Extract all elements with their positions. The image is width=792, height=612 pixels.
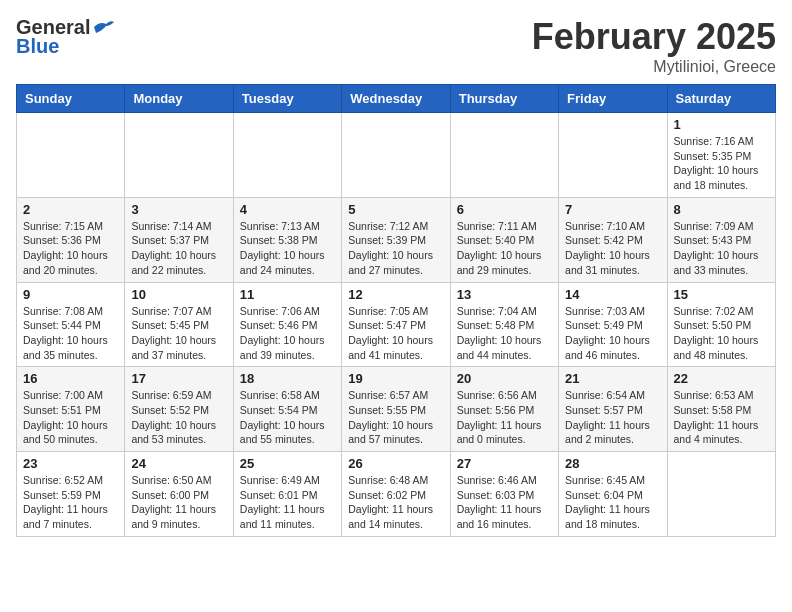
calendar-cell: 25Sunrise: 6:49 AM Sunset: 6:01 PM Dayli… [233, 452, 341, 537]
calendar-cell: 3Sunrise: 7:14 AM Sunset: 5:37 PM Daylig… [125, 197, 233, 282]
day-info: Sunrise: 7:10 AM Sunset: 5:42 PM Dayligh… [565, 219, 660, 278]
day-info: Sunrise: 7:05 AM Sunset: 5:47 PM Dayligh… [348, 304, 443, 363]
month-title: February 2025 [532, 16, 776, 58]
day-number: 7 [565, 202, 660, 217]
calendar-cell: 10Sunrise: 7:07 AM Sunset: 5:45 PM Dayli… [125, 282, 233, 367]
day-number: 6 [457, 202, 552, 217]
calendar-cell: 14Sunrise: 7:03 AM Sunset: 5:49 PM Dayli… [559, 282, 667, 367]
calendar-week-3: 9Sunrise: 7:08 AM Sunset: 5:44 PM Daylig… [17, 282, 776, 367]
logo-bird-icon [92, 19, 114, 37]
calendar-cell: 26Sunrise: 6:48 AM Sunset: 6:02 PM Dayli… [342, 452, 450, 537]
day-info: Sunrise: 7:08 AM Sunset: 5:44 PM Dayligh… [23, 304, 118, 363]
calendar-cell: 15Sunrise: 7:02 AM Sunset: 5:50 PM Dayli… [667, 282, 775, 367]
logo-blue-text: Blue [16, 35, 59, 58]
calendar-header-row: SundayMondayTuesdayWednesdayThursdayFrid… [17, 85, 776, 113]
calendar-header-tuesday: Tuesday [233, 85, 341, 113]
calendar-cell: 8Sunrise: 7:09 AM Sunset: 5:43 PM Daylig… [667, 197, 775, 282]
day-info: Sunrise: 7:07 AM Sunset: 5:45 PM Dayligh… [131, 304, 226, 363]
location: Mytilinioi, Greece [532, 58, 776, 76]
calendar-header-sunday: Sunday [17, 85, 125, 113]
day-info: Sunrise: 7:15 AM Sunset: 5:36 PM Dayligh… [23, 219, 118, 278]
day-info: Sunrise: 7:12 AM Sunset: 5:39 PM Dayligh… [348, 219, 443, 278]
day-number: 8 [674, 202, 769, 217]
calendar-cell: 21Sunrise: 6:54 AM Sunset: 5:57 PM Dayli… [559, 367, 667, 452]
calendar-header-monday: Monday [125, 85, 233, 113]
calendar-week-2: 2Sunrise: 7:15 AM Sunset: 5:36 PM Daylig… [17, 197, 776, 282]
calendar-cell [450, 113, 558, 198]
day-info: Sunrise: 7:09 AM Sunset: 5:43 PM Dayligh… [674, 219, 769, 278]
day-number: 11 [240, 287, 335, 302]
day-number: 19 [348, 371, 443, 386]
day-info: Sunrise: 6:46 AM Sunset: 6:03 PM Dayligh… [457, 473, 552, 532]
day-number: 28 [565, 456, 660, 471]
calendar-cell: 1Sunrise: 7:16 AM Sunset: 5:35 PM Daylig… [667, 113, 775, 198]
calendar-cell [667, 452, 775, 537]
calendar-cell: 18Sunrise: 6:58 AM Sunset: 5:54 PM Dayli… [233, 367, 341, 452]
calendar-cell [17, 113, 125, 198]
calendar-cell: 28Sunrise: 6:45 AM Sunset: 6:04 PM Dayli… [559, 452, 667, 537]
day-number: 25 [240, 456, 335, 471]
calendar-cell: 27Sunrise: 6:46 AM Sunset: 6:03 PM Dayli… [450, 452, 558, 537]
day-info: Sunrise: 6:50 AM Sunset: 6:00 PM Dayligh… [131, 473, 226, 532]
day-info: Sunrise: 6:53 AM Sunset: 5:58 PM Dayligh… [674, 388, 769, 447]
day-number: 4 [240, 202, 335, 217]
calendar-cell: 24Sunrise: 6:50 AM Sunset: 6:00 PM Dayli… [125, 452, 233, 537]
day-info: Sunrise: 6:45 AM Sunset: 6:04 PM Dayligh… [565, 473, 660, 532]
calendar-cell: 6Sunrise: 7:11 AM Sunset: 5:40 PM Daylig… [450, 197, 558, 282]
calendar-week-5: 23Sunrise: 6:52 AM Sunset: 5:59 PM Dayli… [17, 452, 776, 537]
day-number: 9 [23, 287, 118, 302]
calendar-cell: 11Sunrise: 7:06 AM Sunset: 5:46 PM Dayli… [233, 282, 341, 367]
day-info: Sunrise: 7:14 AM Sunset: 5:37 PM Dayligh… [131, 219, 226, 278]
calendar-cell: 20Sunrise: 6:56 AM Sunset: 5:56 PM Dayli… [450, 367, 558, 452]
calendar-cell: 7Sunrise: 7:10 AM Sunset: 5:42 PM Daylig… [559, 197, 667, 282]
day-number: 24 [131, 456, 226, 471]
day-number: 21 [565, 371, 660, 386]
calendar-cell: 17Sunrise: 6:59 AM Sunset: 5:52 PM Dayli… [125, 367, 233, 452]
calendar-cell: 4Sunrise: 7:13 AM Sunset: 5:38 PM Daylig… [233, 197, 341, 282]
title-block: February 2025 Mytilinioi, Greece [532, 16, 776, 76]
day-info: Sunrise: 7:06 AM Sunset: 5:46 PM Dayligh… [240, 304, 335, 363]
day-info: Sunrise: 6:48 AM Sunset: 6:02 PM Dayligh… [348, 473, 443, 532]
calendar-cell [342, 113, 450, 198]
calendar-header-friday: Friday [559, 85, 667, 113]
day-number: 22 [674, 371, 769, 386]
calendar: SundayMondayTuesdayWednesdayThursdayFrid… [16, 84, 776, 537]
day-info: Sunrise: 6:52 AM Sunset: 5:59 PM Dayligh… [23, 473, 118, 532]
day-info: Sunrise: 6:49 AM Sunset: 6:01 PM Dayligh… [240, 473, 335, 532]
calendar-cell: 5Sunrise: 7:12 AM Sunset: 5:39 PM Daylig… [342, 197, 450, 282]
day-info: Sunrise: 7:02 AM Sunset: 5:50 PM Dayligh… [674, 304, 769, 363]
calendar-cell: 9Sunrise: 7:08 AM Sunset: 5:44 PM Daylig… [17, 282, 125, 367]
day-number: 18 [240, 371, 335, 386]
page-header: General Blue February 2025 Mytilinioi, G… [16, 16, 776, 76]
day-number: 16 [23, 371, 118, 386]
day-info: Sunrise: 7:11 AM Sunset: 5:40 PM Dayligh… [457, 219, 552, 278]
day-info: Sunrise: 6:58 AM Sunset: 5:54 PM Dayligh… [240, 388, 335, 447]
day-number: 15 [674, 287, 769, 302]
day-info: Sunrise: 7:13 AM Sunset: 5:38 PM Dayligh… [240, 219, 335, 278]
day-info: Sunrise: 7:16 AM Sunset: 5:35 PM Dayligh… [674, 134, 769, 193]
calendar-cell [233, 113, 341, 198]
logo: General Blue [16, 16, 114, 58]
day-number: 1 [674, 117, 769, 132]
day-number: 14 [565, 287, 660, 302]
day-number: 12 [348, 287, 443, 302]
calendar-cell: 19Sunrise: 6:57 AM Sunset: 5:55 PM Dayli… [342, 367, 450, 452]
day-info: Sunrise: 6:54 AM Sunset: 5:57 PM Dayligh… [565, 388, 660, 447]
calendar-cell: 13Sunrise: 7:04 AM Sunset: 5:48 PM Dayli… [450, 282, 558, 367]
calendar-body: 1Sunrise: 7:16 AM Sunset: 5:35 PM Daylig… [17, 113, 776, 537]
calendar-header-wednesday: Wednesday [342, 85, 450, 113]
day-info: Sunrise: 7:03 AM Sunset: 5:49 PM Dayligh… [565, 304, 660, 363]
day-number: 2 [23, 202, 118, 217]
day-info: Sunrise: 6:59 AM Sunset: 5:52 PM Dayligh… [131, 388, 226, 447]
day-number: 26 [348, 456, 443, 471]
calendar-header-thursday: Thursday [450, 85, 558, 113]
calendar-cell: 23Sunrise: 6:52 AM Sunset: 5:59 PM Dayli… [17, 452, 125, 537]
day-number: 27 [457, 456, 552, 471]
day-info: Sunrise: 6:57 AM Sunset: 5:55 PM Dayligh… [348, 388, 443, 447]
calendar-cell: 16Sunrise: 7:00 AM Sunset: 5:51 PM Dayli… [17, 367, 125, 452]
calendar-cell: 12Sunrise: 7:05 AM Sunset: 5:47 PM Dayli… [342, 282, 450, 367]
day-number: 10 [131, 287, 226, 302]
day-info: Sunrise: 7:04 AM Sunset: 5:48 PM Dayligh… [457, 304, 552, 363]
day-number: 5 [348, 202, 443, 217]
day-info: Sunrise: 6:56 AM Sunset: 5:56 PM Dayligh… [457, 388, 552, 447]
